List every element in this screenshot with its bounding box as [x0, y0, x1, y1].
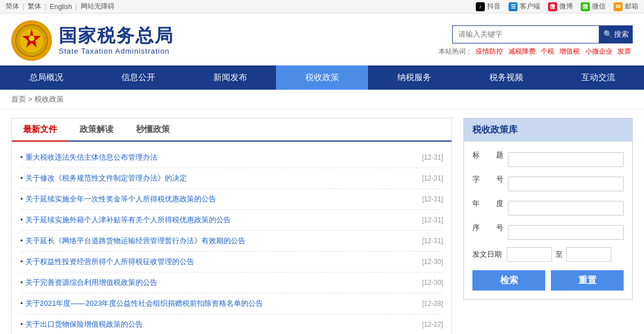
header: 国家税务总局 State Taxation Administration 🔍 搜…	[0, 14, 644, 65]
article-item: •关于完善资源综合利用增值税政策的公告 [12-30]	[20, 273, 443, 293]
breadcrumb-current: 税收政策	[34, 95, 64, 103]
logo-emblem	[11, 20, 52, 61]
bullet-icon: •	[20, 299, 23, 307]
bullet-icon: •	[20, 216, 23, 224]
right-panel: 税收政策库 标 题 字 号 年 度 序 号	[463, 118, 633, 334]
article-item: •关于权益性投资经营所得个人所得税征收管理的公告 [12-30]	[20, 252, 443, 273]
policy-reset-button[interactable]: 重置	[551, 270, 624, 291]
nav-item-news[interactable]: 新闻发布	[184, 65, 276, 90]
search-button[interactable]: 🔍 搜索	[599, 25, 633, 43]
form-row-number: 字 号	[472, 174, 624, 193]
article-link-7[interactable]: 关于2021年度——2023年度公益性社会组织捐赠税前扣除资格名单的公告	[25, 299, 264, 307]
field-input-date-from[interactable]	[507, 247, 552, 262]
field-label-date: 发文日期	[472, 249, 503, 260]
bullet-icon: •	[20, 257, 23, 266]
form-row-seq: 序 号	[472, 223, 624, 241]
breadcrumb-home[interactable]: 首页	[11, 95, 26, 103]
social-kefu-label: 客户端	[520, 2, 540, 11]
nav-item-service[interactable]: 纳税服务	[368, 65, 460, 90]
nav-item-overview[interactable]: 总局概况	[0, 65, 92, 90]
bullet-icon: •	[20, 153, 23, 161]
logo-area: 国家税务总局 State Taxation Administration	[11, 20, 174, 61]
lang-en[interactable]: English	[50, 3, 72, 11]
article-link-0[interactable]: 重大税收违法失信主体信息公布管理办法	[25, 153, 157, 161]
bullet-icon: •	[20, 174, 23, 182]
field-input-year[interactable]	[508, 201, 624, 216]
bullet-icon: •	[20, 195, 23, 203]
date-separator: 至	[555, 249, 563, 260]
weibo-icon: 微	[548, 2, 557, 11]
article-link-6[interactable]: 关于完善资源综合利用增值税政策的公告	[25, 278, 157, 287]
article-date-8: [12-22]	[422, 320, 443, 328]
logo-text: 国家税务总局 State Taxation Administration	[59, 26, 174, 55]
article-link-3[interactable]: 关于延续实施外籍个人津补贴等有关个人所得税优惠政策的公告	[25, 216, 231, 224]
nav-item-interact[interactable]: 互动交流	[552, 65, 644, 90]
nav-item-policy[interactable]: 税收政策	[276, 65, 368, 90]
form-row-title: 标 题	[472, 150, 624, 169]
field-input-number[interactable]	[508, 177, 624, 191]
search-input[interactable]	[452, 25, 599, 43]
hot-keyword-3[interactable]: 个税	[541, 47, 554, 55]
article-link-4[interactable]: 关于延长《网络平台道路货物运输经营管理暂行办法》有效期的公告	[25, 236, 246, 245]
article-link-5[interactable]: 关于权益性投资经营所得个人所得税征收管理的公告	[25, 257, 194, 266]
search-btn-label: 搜索	[614, 29, 629, 39]
email-icon: ✉	[614, 2, 623, 11]
field-input-date-to[interactable]	[566, 247, 611, 262]
bullet-icon: •	[20, 236, 23, 245]
article-item: •关于出口货物保险增值税政策的公告 [12-22]	[20, 314, 443, 334]
article-item: •关于延长《网络平台道路货物运输经营管理暂行办法》有效期的公告 [12-31]	[20, 231, 443, 252]
social-kefu[interactable]: ☰ 客户端	[509, 2, 540, 11]
hot-keyword-1[interactable]: 疫情防控	[476, 47, 503, 55]
social-weibo[interactable]: 微 微博	[548, 2, 573, 11]
field-input-title[interactable]	[508, 152, 624, 167]
policy-box-header: 税收政策库	[464, 118, 632, 142]
article-link-1[interactable]: 关于修改《税务规范性文件制定管理办法》的决定	[25, 174, 187, 182]
nav-item-info[interactable]: 信息公开	[92, 65, 184, 90]
field-label-seq: 序 号	[472, 223, 503, 241]
article-link-8[interactable]: 关于出口货物保险增值税政策的公告	[25, 320, 143, 328]
hot-label: 本站热词：	[439, 47, 472, 55]
hot-keyword-5[interactable]: 小微企业	[585, 47, 612, 55]
lang-trad[interactable]: 繁体	[28, 2, 41, 11]
tabs: 最新文件 政策解读 秒懂政策	[12, 118, 452, 142]
svg-point-3	[29, 36, 34, 41]
article-item: •关于修改《税务规范性文件制定管理办法》的决定 [12-31]	[20, 168, 443, 189]
article-date-3: [12-31]	[422, 216, 443, 224]
field-label-title: 标 题	[472, 150, 503, 169]
logo-en-text: State Taxation Administration	[59, 47, 174, 55]
policy-search-button[interactable]: 检索	[472, 270, 545, 291]
breadcrumb-separator: >	[28, 95, 34, 103]
social-weixin-label: 微信	[592, 2, 606, 11]
tab-policy-reading[interactable]: 政策解读	[68, 118, 125, 140]
social-email[interactable]: ✉ 邮箱	[614, 2, 638, 11]
hot-keyword-6[interactable]: 发票	[617, 47, 631, 55]
nav-bar: 总局概况 信息公开 新闻发布 税收政策 纳税服务 税务视频 互动交流	[0, 65, 644, 90]
article-date-5: [12-30]	[422, 258, 443, 266]
field-input-seq[interactable]	[508, 225, 624, 240]
article-date-4: [12-31]	[422, 237, 443, 245]
article-list: •重大税收违法失信主体信息公布管理办法 [12-31] •关于修改《税务规范性文…	[12, 142, 452, 334]
article-item: •关于延续实施外籍个人津补贴等有关个人所得税优惠政策的公告 [12-31]	[20, 210, 443, 231]
policy-box: 税收政策库 标 题 字 号 年 度 序 号	[463, 118, 633, 300]
lang-simple[interactable]: 简体	[6, 2, 19, 11]
nav-item-video[interactable]: 税务视频	[460, 65, 552, 90]
hot-keyword-2[interactable]: 减税降费	[509, 47, 536, 55]
search-icon: 🔍	[603, 30, 612, 38]
search-bar: 🔍 搜索	[452, 25, 633, 43]
article-item: •关于延续实施全年一次性奖金等个人所得税优惠政策的公告 [12-31]	[20, 189, 443, 210]
left-panel: 最新文件 政策解读 秒懂政策 •重大税收违法失信主体信息公布管理办法 [12-3…	[11, 118, 452, 334]
weixin-icon: 微	[581, 2, 590, 11]
form-buttons: 检索 重置	[472, 270, 624, 291]
social-weixin[interactable]: 微 微信	[581, 2, 606, 11]
social-douyin[interactable]: ♪ 抖音	[476, 2, 501, 11]
hot-keyword-4[interactable]: 增值税	[559, 47, 580, 55]
article-link-2[interactable]: 关于延续实施全年一次性奖金等个人所得税优惠政策的公告	[25, 195, 216, 203]
article-date-6: [12-30]	[422, 279, 443, 287]
kefu-icon: ☰	[509, 2, 518, 11]
header-right: 🔍 搜索 本站热词： 疫情防控 减税降费 个税 增值税 小微企业 发票	[439, 25, 633, 56]
article-date-2: [12-31]	[422, 195, 443, 203]
tab-latest-docs[interactable]: 最新文件	[12, 118, 68, 142]
article-date-1: [12-31]	[422, 174, 443, 182]
lang-accessible[interactable]: 网站无障碍	[81, 2, 115, 11]
tab-quick-policy[interactable]: 秒懂政策	[125, 118, 181, 140]
